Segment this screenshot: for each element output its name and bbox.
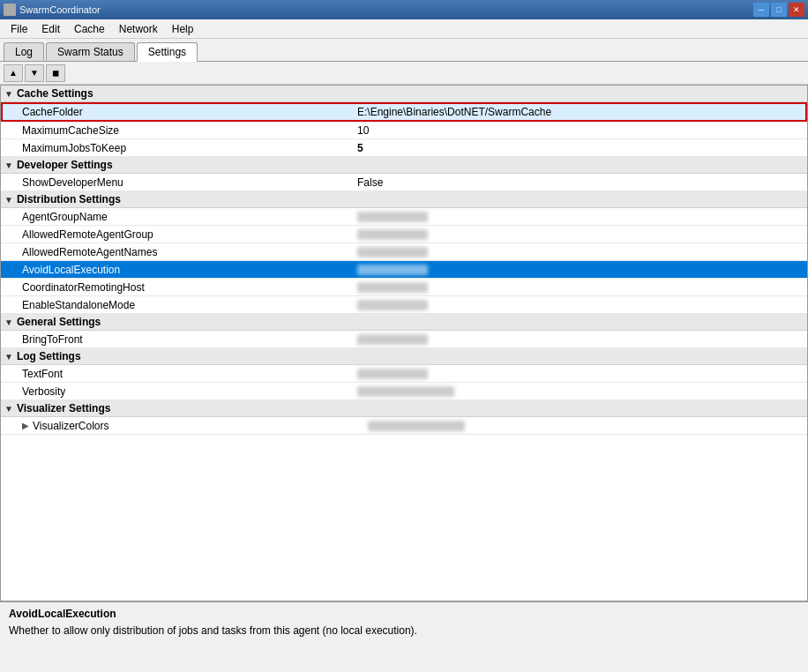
group-developer-settings[interactable]: ▼ Developer Settings	[1, 157, 807, 174]
setting-row-allowedremoteagentgroup[interactable]: AllowedRemoteAgentGroup	[1, 226, 807, 243]
title-bar-text: SwarmCoordinator	[19, 4, 101, 15]
blurred-verbosity	[357, 386, 454, 397]
main-content: ▼ Cache Settings CacheFolder E:\Engine\B…	[0, 85, 808, 601]
blurred-textfont	[357, 369, 428, 379]
setting-row-agentgroupname[interactable]: AgentGroupName	[1, 208, 807, 226]
menu-help[interactable]: Help	[165, 21, 201, 37]
setting-row-maxcachesize[interactable]: MaximumCacheSize 10	[1, 122, 807, 139]
collapse-arrow-developer: ▼	[4, 161, 13, 170]
setting-row-coordinatorremotinghost[interactable]: CoordinatorRemotingHost	[1, 279, 807, 296]
menu-bar: File Edit Cache Network Help	[0, 19, 808, 39]
group-log-settings[interactable]: ▼ Log Settings	[1, 348, 807, 365]
setting-row-cachefolder[interactable]: CacheFolder E:\Engine\Binaries\DotNET/Sw…	[1, 102, 807, 122]
menu-network[interactable]: Network	[112, 21, 165, 37]
setting-name-bringtofront: BringToFront	[22, 333, 357, 346]
setting-name-avoidlocalexecution: AvoidLocalExecution	[22, 264, 357, 276]
setting-value-allowedremoteagentgroup	[357, 228, 800, 241]
collapse-arrow-log: ▼	[4, 352, 13, 362]
setting-name-coordinatorremotinghost: CoordinatorRemotingHost	[22, 281, 357, 294]
collapse-arrow-visualizer: ▼	[4, 404, 13, 414]
blurred-avoidlocalexecution	[357, 265, 428, 275]
setting-name-textfont: TextFont	[22, 368, 357, 380]
setting-row-verbosity[interactable]: Verbosity	[1, 383, 807, 400]
menu-cache[interactable]: Cache	[67, 21, 112, 37]
setting-value-bringtofront	[357, 333, 800, 346]
setting-row-showdevmenu[interactable]: ShowDeveloperMenu False	[1, 174, 807, 191]
setting-name-maxjobstokeep: MaximumJobsToKeep	[22, 142, 357, 154]
setting-row-avoidlocalexecution[interactable]: AvoidLocalExecution	[1, 261, 807, 279]
blurred-visualizercolors	[368, 421, 465, 431]
tab-settings[interactable]: Settings	[137, 42, 198, 62]
collapse-arrow-general: ▼	[4, 317, 13, 327]
toolbar-up-button[interactable]: ▲	[4, 64, 23, 82]
minimize-button[interactable]: ─	[753, 3, 769, 17]
tab-bar: Log Swarm Status Settings	[0, 39, 808, 62]
setting-value-visualizercolors	[368, 420, 800, 432]
group-general-settings-label: General Settings	[17, 316, 101, 328]
setting-name-enablestandalonemode: EnableStandaloneMode	[22, 299, 357, 311]
group-developer-settings-label: Developer Settings	[17, 159, 113, 171]
setting-row-allowedremoteagentnames[interactable]: AllowedRemoteAgentNames	[1, 243, 807, 261]
title-bar-controls: ─ □ ✕	[753, 3, 804, 17]
setting-value-showdevmenu: False	[357, 176, 800, 189]
setting-name-agentgroupname: AgentGroupName	[22, 211, 357, 223]
title-bar: SwarmCoordinator ─ □ ✕	[0, 0, 808, 19]
blurred-agentgroupname	[357, 212, 428, 222]
app-icon	[4, 4, 16, 16]
group-general-settings[interactable]: ▼ General Settings	[1, 314, 807, 331]
setting-name-allowedremoteagentnames: AllowedRemoteAgentNames	[22, 246, 357, 258]
setting-value-coordinatorremotinghost	[357, 281, 800, 294]
blurred-allowedremoteagentgroup	[357, 229, 428, 240]
group-cache-settings[interactable]: ▼ Cache Settings	[1, 86, 807, 102]
settings-tree[interactable]: ▼ Cache Settings CacheFolder E:\Engine\B…	[1, 86, 807, 601]
setting-row-visualizercolors[interactable]: ▶ VisualizerColors	[1, 417, 807, 435]
maximize-button[interactable]: □	[771, 3, 787, 17]
group-visualizer-settings-label: Visualizer Settings	[17, 402, 110, 414]
group-distribution-settings[interactable]: ▼ Distribution Settings	[1, 191, 807, 208]
setting-name-cachefolder: CacheFolder	[22, 106, 357, 118]
toolbar: ▲ ▼ ◼	[0, 62, 808, 85]
info-title: AvoidLocalExecution	[9, 608, 799, 620]
info-description: Whether to allow only distribution of jo…	[9, 623, 799, 638]
group-cache-settings-label: Cache Settings	[17, 87, 94, 100]
setting-value-agentgroupname	[357, 211, 800, 223]
group-log-settings-label: Log Settings	[17, 350, 81, 362]
setting-value-allowedremoteagentnames	[357, 246, 800, 258]
toolbar-action-button[interactable]: ◼	[46, 64, 65, 82]
setting-value-textfont	[357, 368, 800, 380]
group-visualizer-settings[interactable]: ▼ Visualizer Settings	[1, 400, 807, 417]
tab-log[interactable]: Log	[4, 42, 44, 61]
group-distribution-settings-label: Distribution Settings	[17, 193, 121, 205]
expand-arrow-visualizercolors: ▶	[22, 421, 29, 430]
setting-row-textfont[interactable]: TextFont	[1, 365, 807, 383]
collapse-arrow-distribution: ▼	[4, 195, 13, 205]
info-panel: AvoidLocalExecution Whether to allow onl…	[0, 601, 808, 672]
setting-name-visualizercolors: VisualizerColors	[33, 420, 368, 432]
blurred-bringtofront	[357, 334, 428, 345]
blurred-enablestandalonemode	[357, 300, 428, 310]
collapse-arrow-cache: ▼	[4, 89, 13, 99]
setting-value-verbosity	[357, 385, 800, 398]
setting-name-allowedremoteagentgroup: AllowedRemoteAgentGroup	[22, 228, 357, 241]
setting-name-maxcachesize: MaximumCacheSize	[22, 124, 357, 137]
blurred-coordinatorremotinghost	[357, 282, 428, 293]
setting-name-showdevmenu: ShowDeveloperMenu	[22, 176, 357, 189]
tab-swarm-status[interactable]: Swarm Status	[46, 42, 135, 61]
setting-row-maxjobstokeep[interactable]: MaximumJobsToKeep 5	[1, 139, 807, 157]
toolbar-down-button[interactable]: ▼	[25, 64, 44, 82]
setting-value-maxjobstokeep: 5	[357, 142, 800, 154]
close-button[interactable]: ✕	[789, 3, 804, 17]
setting-row-bringtfront[interactable]: BringToFront	[1, 331, 807, 348]
menu-edit[interactable]: Edit	[34, 21, 67, 37]
setting-row-enablestandalonemode[interactable]: EnableStandaloneMode	[1, 296, 807, 314]
setting-name-verbosity: Verbosity	[22, 385, 357, 398]
setting-value-cachefolder: E:\Engine\Binaries\DotNET/SwarmCache	[357, 106, 798, 118]
blurred-allowedremoteagentnames	[357, 247, 428, 258]
setting-value-maxcachesize: 10	[357, 124, 800, 137]
setting-value-avoidlocalexecution	[357, 264, 800, 276]
setting-value-enablestandalonemode	[357, 299, 800, 311]
title-bar-left: SwarmCoordinator	[4, 4, 101, 16]
menu-file[interactable]: File	[4, 21, 34, 37]
